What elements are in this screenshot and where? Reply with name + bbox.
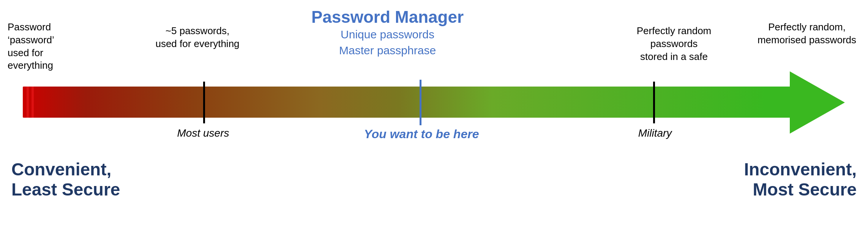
arrow-head (790, 71, 845, 134)
main-container: Password ‘password’ used for everything … (0, 0, 868, 227)
bottom-label-convenient: Convenient, Least Secure (11, 159, 120, 200)
center-line-blue (420, 80, 421, 125)
label-random-memorised: Perfectly random, memorised passwords (752, 21, 862, 47)
password-manager-block: Password Manager Unique passwords Master… (311, 8, 464, 58)
label-random-safe: Perfectly random passwords stored in a s… (615, 25, 733, 63)
password-manager-title: Password Manager (311, 8, 464, 27)
master-passphrase-label: Master passphrase (311, 43, 464, 58)
start-line-2 (32, 87, 34, 118)
tick-mark-1 (203, 82, 205, 123)
label-most-users: Most users (159, 127, 247, 139)
label-military: Military (611, 127, 699, 139)
bottom-label-inconvenient: Inconvenient, Most Secure (744, 159, 857, 200)
label-password-everything: Password ‘password’ used for everything (8, 21, 91, 72)
tick-mark-2 (653, 82, 655, 123)
label-5-passwords: ~5 passwords, used for everything (148, 25, 247, 50)
arrow-bar-gradient (23, 87, 805, 118)
unique-passwords-label: Unique passwords (311, 27, 464, 43)
label-you-want-here: You want to be here (338, 127, 505, 141)
start-line-1 (27, 87, 29, 118)
